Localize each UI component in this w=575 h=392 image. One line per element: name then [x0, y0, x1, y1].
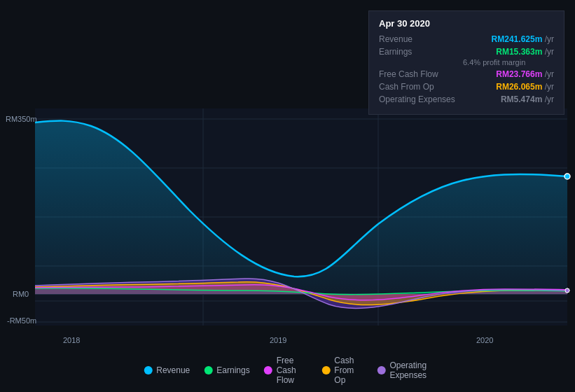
svg-point-13 [565, 288, 569, 293]
legend-label-revenue: Revenue [156, 365, 190, 375]
legend-label-cashop: Cash From Op [334, 356, 363, 385]
tooltip-label-revenue: Revenue [379, 34, 463, 44]
legend-item-fcf: Free Cash Flow [264, 356, 308, 385]
legend-item-opex: Operating Expenses [377, 360, 431, 380]
tooltip-label-earnings: Earnings [379, 47, 463, 57]
tooltip-row-revenue: Revenue RM241.625m /yr [379, 34, 554, 44]
tooltip-label-cashop: Cash From Op [379, 82, 463, 92]
legend-item-earnings: Earnings [204, 365, 249, 375]
tooltip-value-earnings: RM15.363m /yr [496, 47, 554, 57]
legend-label-opex: Operating Expenses [389, 360, 431, 380]
tooltip-value-cashop: RM26.065m /yr [496, 82, 554, 92]
legend-label-earnings: Earnings [216, 365, 249, 375]
tooltip-row-fcf: Free Cash Flow RM23.766m /yr [379, 69, 554, 79]
chart-legend: Revenue Earnings Free Cash Flow Cash Fro… [144, 356, 431, 385]
svg-text:2020: 2020 [476, 336, 493, 344]
svg-point-11 [564, 174, 570, 179]
chart-container: Apr 30 2020 Revenue RM241.625m /yr Earni… [0, 0, 575, 392]
legend-dot-fcf [264, 366, 272, 374]
tooltip-value-opex: RM5.474m /yr [501, 94, 554, 104]
legend-item-revenue: Revenue [144, 365, 190, 375]
svg-text:RM0: RM0 [13, 290, 29, 298]
svg-text:2019: 2019 [270, 336, 286, 344]
tooltip-profit-margin: 6.4% profit margin [379, 58, 554, 66]
tooltip-value-revenue: RM241.625m /yr [492, 34, 554, 44]
legend-dot-earnings [204, 366, 212, 374]
legend-dot-opex [377, 366, 385, 374]
svg-text:RM350m: RM350m [6, 115, 37, 123]
svg-text:2018: 2018 [63, 336, 80, 344]
svg-text:-RM50m: -RM50m [7, 316, 36, 325]
tooltip: Apr 30 2020 Revenue RM241.625m /yr Earni… [368, 10, 564, 115]
legend-item-cashop: Cash From Op [321, 356, 363, 385]
legend-label-fcf: Free Cash Flow [277, 356, 308, 385]
legend-dot-cashop [321, 366, 330, 374]
tooltip-value-fcf: RM23.766m /yr [496, 69, 554, 79]
tooltip-row-cashop: Cash From Op RM26.065m /yr [379, 82, 554, 92]
tooltip-label-fcf: Free Cash Flow [379, 69, 463, 79]
tooltip-date: Apr 30 2020 [379, 18, 554, 29]
tooltip-label-opex: Operating Expenses [379, 94, 463, 104]
legend-dot-revenue [144, 366, 152, 374]
tooltip-row-opex: Operating Expenses RM5.474m /yr [379, 94, 554, 104]
tooltip-row-earnings: Earnings RM15.363m /yr [379, 47, 554, 57]
